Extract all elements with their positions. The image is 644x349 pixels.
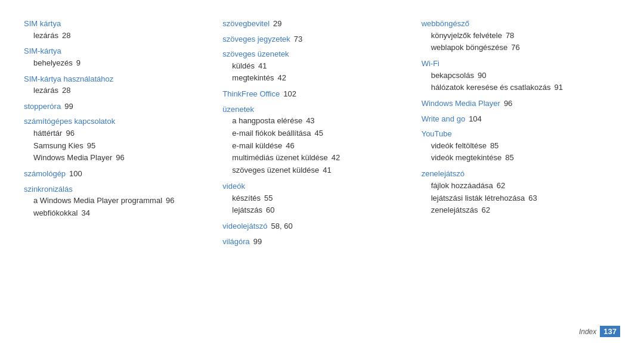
entry-number: 99 [253, 237, 262, 246]
sub-text: webfiókokkal [33, 208, 78, 217]
index-entry: videolejátszó58, 60 [222, 220, 409, 232]
entry-title[interactable]: webböngésző [422, 19, 469, 28]
entry-title[interactable]: ThinkFree Office [222, 89, 280, 98]
index-entry: számológép100 [24, 168, 210, 180]
sub-number: 42 [332, 153, 340, 162]
entry-sub: lezárás28 [24, 30, 210, 42]
entry-title[interactable]: világóra [222, 237, 250, 246]
index-entry: YouTubevideók feltöltése85videók megteki… [422, 128, 608, 164]
sub-text: háttértár [33, 129, 62, 138]
entry-title[interactable]: szövegbevitel [222, 19, 270, 28]
entry-sub: Windows Media Player96 [24, 152, 210, 164]
sub-number: 78 [506, 31, 514, 40]
sub-number: 41 [258, 61, 267, 70]
entry-title[interactable]: videolejátszó [222, 222, 267, 230]
entry-sub: a Windows Media Player programmal96 [24, 195, 210, 207]
sub-number: 85 [505, 153, 513, 162]
sub-text: videók feltöltése [431, 141, 487, 150]
entry-number: 100 [69, 169, 82, 178]
sub-text: Samsung Kies [33, 141, 83, 150]
sub-number: 62 [497, 181, 505, 190]
sub-text: e-mail fiókok beállítása [232, 129, 311, 138]
sub-text: weblapok böngészése [431, 43, 508, 52]
entry-title[interactable]: szöveges jegyzetek [222, 35, 290, 43]
index-entry: Wi-Fibekapcsolás90hálózatok keresése és … [422, 58, 608, 94]
sub-number: 62 [481, 205, 490, 214]
sub-text: bekapcsolás [431, 71, 474, 80]
entry-sub: lezárás28 [24, 85, 210, 97]
sub-number: 42 [277, 73, 286, 82]
index-entry: videókkészítés55lejátszás60 [222, 180, 409, 217]
sub-text: e-mail küldése [232, 141, 282, 150]
entry-sub: lejátszási listák létrehozása63 [422, 192, 608, 205]
index-entry: szöveges jegyzetek73 [222, 33, 409, 45]
sub-text: multimédiás üzenet küldése [232, 153, 327, 162]
entry-title[interactable]: számológép [24, 169, 66, 178]
entry-sub: zenelejátszás62 [422, 204, 608, 217]
sub-number: 55 [264, 194, 273, 202]
entry-sub: megtekintés42 [222, 72, 409, 85]
entry-number: 73 [294, 35, 302, 43]
entry-title[interactable]: számítógépes kapcsolatok [24, 117, 115, 126]
entry-sub: videók megtekintése85 [422, 152, 608, 164]
index-entry: számítógépes kapcsolatokháttértár96Samsu… [24, 116, 210, 164]
sub-text: szöveges üzenet küldése [232, 166, 319, 174]
sub-number: 76 [511, 43, 519, 52]
entry-title[interactable]: stopperóra [24, 102, 61, 111]
sub-text: hálózatok keresése és csatlakozás [431, 83, 551, 92]
index-entry: üzeneteka hangposta elérése43e-mail fiók… [222, 104, 409, 177]
entry-sub: könyvjelzők felvétele78 [422, 30, 608, 42]
entry-number: 102 [283, 89, 296, 98]
index-entry: webböngészőkönyvjelzők felvétele78weblap… [422, 18, 608, 54]
entry-title[interactable]: szöveges üzenetek [222, 49, 289, 58]
sub-text: a Windows Media Player programmal [33, 196, 162, 205]
page-container: SIM kártyalezárás28SIM-kártyabehelyezés9… [0, 0, 644, 349]
entry-title[interactable]: zenelejátszó [422, 169, 465, 178]
sub-number: 45 [315, 129, 323, 138]
index-entry: ThinkFree Office102 [222, 88, 409, 100]
entry-sub: videók feltöltése85 [422, 140, 608, 152]
entry-title[interactable]: SIM kártya [24, 19, 61, 28]
entry-title[interactable]: üzenetek [222, 105, 254, 114]
sub-text: fájlok hozzáadása [431, 181, 493, 190]
entry-sub: háttértár96 [24, 127, 210, 140]
sub-number: 34 [81, 208, 89, 217]
index-entry: SIM-kártya használatáhozlezárás28 [24, 73, 210, 97]
sub-text: lezárás [33, 86, 58, 95]
entry-title[interactable]: Write and go [422, 114, 465, 123]
sub-text: könyvjelzők felvétele [431, 31, 502, 40]
index-entry: szövegbevitel29 [222, 18, 409, 30]
entry-sub: weblapok böngészése76 [422, 42, 608, 54]
sub-number: 85 [490, 141, 499, 150]
entry-title[interactable]: SIM-kártya [24, 46, 61, 55]
entry-title[interactable]: Windows Media Player [422, 99, 500, 108]
index-entry: SIM kártyalezárás28 [24, 18, 210, 42]
index-entry: szöveges üzenetekküldés41megtekintés42 [222, 48, 409, 85]
entry-sub: hálózatok keresése és csatlakozás91 [422, 82, 608, 94]
entry-sub: e-mail fiókok beállítása45 [222, 127, 409, 140]
entry-sub: bekapcsolás90 [422, 70, 608, 82]
entry-sub: multimédiás üzenet küldése42 [222, 152, 409, 164]
entry-sub: Samsung Kies95 [24, 140, 210, 152]
sub-number: 43 [306, 116, 314, 125]
sub-number: 96 [116, 153, 124, 162]
column-1: SIM kártyalezárás28SIM-kártyabehelyezés9… [24, 18, 222, 320]
sub-text: lejátszás [232, 205, 262, 214]
sub-text: a hangposta elérése [232, 116, 302, 125]
sub-number: 96 [166, 196, 174, 205]
sub-number: 46 [286, 141, 294, 150]
index-entry: Windows Media Player96 [422, 98, 608, 110]
sub-number: 63 [528, 194, 537, 202]
entry-sub: a hangposta elérése43 [222, 115, 409, 127]
entry-number: 96 [504, 99, 512, 108]
footer-page: 137 [600, 326, 620, 337]
entry-title[interactable]: videók [222, 182, 245, 191]
entry-title[interactable]: SIM-kártya használatához [24, 74, 113, 83]
entry-sub: behelyezés9 [24, 57, 210, 70]
footer-label: Index [579, 328, 596, 336]
entry-title[interactable]: Wi-Fi [422, 59, 439, 68]
sub-text: zenelejátszás [431, 205, 478, 214]
entry-title[interactable]: szinkronizálás [24, 185, 73, 194]
entry-title[interactable]: YouTube [422, 129, 452, 138]
entry-sub: szöveges üzenet küldése41 [222, 164, 409, 177]
